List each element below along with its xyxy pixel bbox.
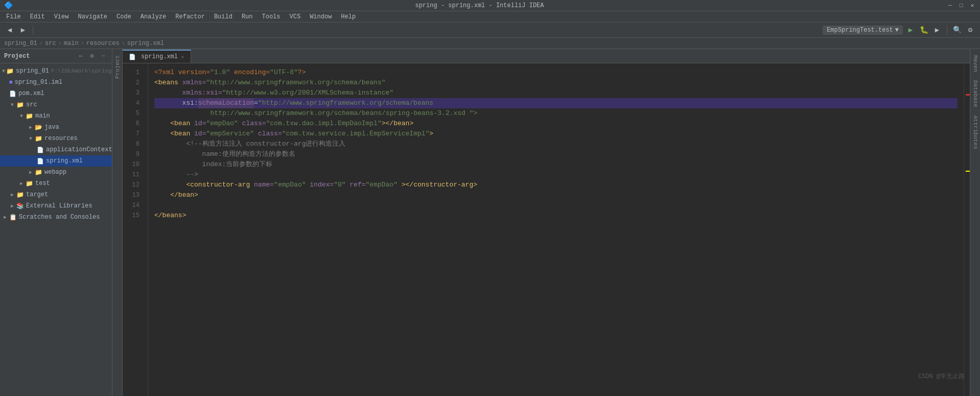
tree-item-target[interactable]: ▶ 📁 target — [0, 189, 112, 200]
breadcrumb-sep-4: › — [122, 40, 125, 47]
code-token: index= — [306, 180, 334, 190]
search-everywhere-button[interactable]: 🔍 — [951, 25, 963, 36]
line-num-14: 14 — [123, 200, 144, 211]
code-token: < — [186, 180, 190, 190]
rpanel-maven[interactable]: Maven — [971, 51, 979, 76]
back-button[interactable]: ◀ — [4, 25, 15, 36]
code-token — [154, 88, 182, 98]
code-content[interactable]: <?xml version="1.0" encoding="UTF-8"?> <… — [148, 63, 964, 396]
line-num-11: 11 — [123, 170, 144, 180]
tree-item-test[interactable]: ▶ 📁 test — [0, 178, 112, 189]
folder-icon-src: 📁 — [16, 101, 24, 109]
line-num-2: 2 — [123, 78, 144, 88]
vertical-side-tabs: Project — [112, 49, 123, 396]
tree-item-java[interactable]: ▶ 📂 java — [0, 122, 112, 133]
far-right-tabs: Maven Database Attributes — [970, 49, 980, 396]
menu-item-tools[interactable]: Tools — [258, 12, 285, 21]
tree-item-extlibs[interactable]: ▶ 📚 External Libraries — [0, 200, 112, 212]
xml-icon-appcontext: 📄 — [37, 147, 44, 153]
code-token: ref= — [346, 180, 366, 190]
tree-label-pom: pom.xml — [18, 90, 44, 97]
tab-close-springxml[interactable]: ✕ — [181, 54, 184, 60]
minimize-button[interactable]: ─ — [946, 2, 953, 9]
menu-item-analyze[interactable]: Analyze — [136, 12, 170, 21]
settings-button[interactable]: ⚙ — [965, 25, 976, 36]
coverage-button[interactable]: ▶ — [931, 25, 943, 36]
line-num-7: 7 — [123, 129, 144, 139]
menu-item-view[interactable]: View — [50, 12, 73, 21]
code-token: "http://www.springframework.org/schema/b… — [258, 98, 433, 108]
code-token: bean — [393, 119, 409, 129]
breadcrumb: spring_01 › src › main › resources › spr… — [0, 38, 980, 49]
tree-item-springxml[interactable]: 📄 spring.xml — [0, 155, 112, 167]
menu-item-code[interactable]: Code — [112, 12, 135, 21]
tree-item-main[interactable]: ▼ 📁 main — [0, 110, 112, 122]
tree-label-test: test — [35, 180, 50, 187]
code-token: = — [254, 98, 258, 108]
xml-icon-spring: 📄 — [37, 158, 44, 165]
code-token: "UTF-8" — [270, 67, 298, 78]
code-token — [154, 200, 158, 211]
menu-item-refactor[interactable]: Refactor — [171, 12, 209, 21]
tree-arrow-scratches: ▶ — [2, 214, 8, 220]
code-token — [154, 190, 170, 200]
folder-icon-resources: 📁 — [35, 135, 42, 143]
run-config-selector[interactable]: EmpSpringTest.test ▼ — [823, 26, 903, 35]
toolbar-separator-2 — [947, 26, 947, 35]
editor-scrollbar[interactable] — [964, 63, 970, 396]
debug-button[interactable]: 🐛 — [918, 25, 929, 36]
menu-item-build[interactable]: Build — [210, 12, 237, 21]
code-line-3: xmlns:xsi="http://www.w3.org/2001/XMLSch… — [154, 88, 958, 98]
sidebar-header: Project ⇐ ⚙ − — [0, 49, 112, 63]
rpanel-attributes[interactable]: Attributes — [971, 111, 979, 153]
line-num-5: 5 — [123, 108, 144, 119]
code-line-8: <!--构造方法注入 constructor-arg进行构造注入 — [154, 139, 958, 149]
tree-item-scratches[interactable]: ▶ 📋 Scratches and Consoles — [0, 212, 112, 223]
menu-item-run[interactable]: Run — [238, 12, 257, 21]
menu-item-vcs[interactable]: VCS — [286, 12, 305, 21]
restore-button[interactable]: □ — [958, 2, 965, 9]
tab-icon-springxml: 📄 — [129, 54, 136, 60]
menu-item-edit[interactable]: Edit — [26, 12, 49, 21]
sidebar: Project ⇐ ⚙ − ▼ 📁 spring_01 F:\IDEAWork\… — [0, 49, 112, 396]
menu-item-window[interactable]: Window — [306, 12, 336, 21]
tree-label-root: spring_01 — [16, 67, 49, 75]
tree-item-root[interactable]: ▼ 📁 spring_01 F:\IDEAWork\spring\spring_ — [0, 65, 112, 77]
forward-button[interactable]: ▶ — [17, 25, 29, 36]
breadcrumb-root[interactable]: spring_01 — [4, 40, 37, 47]
breadcrumb-main[interactable]: main — [64, 40, 79, 47]
code-token: <!--构造方法注入 constructor-arg进行构造注入 — [154, 139, 345, 149]
sidebar-settings-button[interactable]: ⚙ — [87, 52, 97, 61]
close-button[interactable]: ✕ — [969, 2, 976, 9]
rpanel-database[interactable]: Database — [971, 76, 979, 111]
sidebar-collapse-button[interactable]: ⇐ — [76, 52, 85, 61]
tree-arrow-java: ▶ — [28, 124, 34, 130]
run-button[interactable]: ▶ — [905, 25, 916, 36]
menu-bar: FileEditViewNavigateCodeAnalyzeRefactorB… — [0, 11, 980, 22]
tree-item-pom[interactable]: 📄 pom.xml — [0, 88, 112, 99]
menu-item-file[interactable]: File — [2, 12, 25, 21]
tree-arrow-root: ▼ — [2, 68, 5, 74]
tree-icon-scratches: 📋 — [9, 214, 17, 221]
menu-item-navigate[interactable]: Navigate — [74, 12, 111, 21]
tree-item-appcontext[interactable]: 📄 applicationContext.xml — [0, 144, 112, 155]
code-token: --> — [154, 170, 198, 180]
breadcrumb-resources[interactable]: resources — [86, 40, 120, 47]
tree-item-resources[interactable]: ▼ 📁 resources — [0, 133, 112, 144]
editor-tab-springxml[interactable]: 📄 spring.xml ✕ — [123, 50, 191, 63]
line-num-4: 4 — [123, 98, 144, 108]
tree-item-iml[interactable]: ■ spring_01.iml — [0, 77, 112, 88]
code-line-1: <?xml version="1.0" encoding="UTF-8"?> — [154, 67, 958, 78]
breadcrumb-file[interactable]: spring.xml — [127, 40, 164, 47]
code-token: > — [473, 180, 477, 190]
tree-path-root: F:\IDEAWork\spring\spring_ — [51, 68, 112, 74]
tree-item-webapp[interactable]: ▶ 📁 webapp — [0, 167, 112, 178]
breadcrumb-sep-2: › — [58, 40, 62, 47]
code-token: schemaLocation — [198, 98, 254, 108]
vtab-project[interactable]: Project — [113, 51, 122, 83]
tree-item-src[interactable]: ▼ 📁 src — [0, 99, 112, 110]
menu-item-help[interactable]: Help — [337, 12, 360, 21]
sidebar-close-button[interactable]: − — [99, 52, 108, 61]
breadcrumb-src[interactable]: src — [45, 40, 56, 47]
code-token: "empDao" — [366, 180, 398, 190]
